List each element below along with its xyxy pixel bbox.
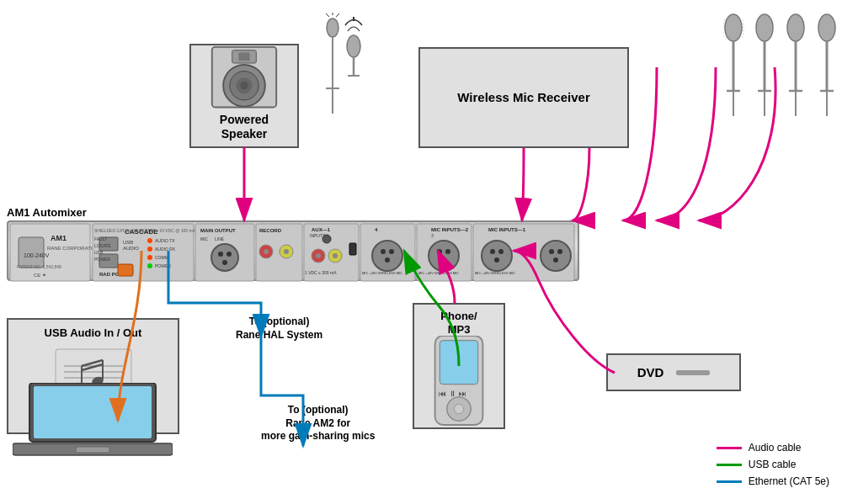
svg-text:USB: USB <box>123 240 133 245</box>
svg-text:MIC INPUTS—1: MIC INPUTS—1 <box>488 227 526 232</box>
svg-text:1 VDC ≤ 300 mA: 1 VDC ≤ 300 mA <box>305 270 337 275</box>
svg-text:MIC INPUTS—2: MIC INPUTS—2 <box>431 227 469 232</box>
svg-text:POWER: POWER <box>94 257 110 262</box>
svg-text:AUDIO TX: AUDIO TX <box>155 238 175 243</box>
svg-point-49 <box>322 235 331 243</box>
svg-text:AUX—1: AUX—1 <box>312 227 331 232</box>
wireless-antenna <box>341 13 366 83</box>
phone-mp3-device: Phone/ MP3 ⏮ ⏸ ⏭ <box>413 303 505 429</box>
am2-annotation: To (optional) Rane AM2 for more gain-sha… <box>261 404 375 443</box>
svg-point-94 <box>787 14 804 41</box>
svg-point-16 <box>147 247 152 252</box>
svg-rect-128 <box>76 447 109 453</box>
svg-point-33 <box>222 260 227 265</box>
microphone-3 <box>786 7 807 116</box>
legend-ethernet: Ethernet (CAT 5e) <box>717 475 829 487</box>
stand-microphone <box>324 13 341 117</box>
svg-point-56 <box>389 249 394 254</box>
svg-point-69 <box>482 241 512 271</box>
svg-text:LOCATE: LOCATE <box>94 243 111 248</box>
svg-point-30 <box>211 244 238 271</box>
svg-text:RECORD: RECORD <box>259 228 282 233</box>
legend-audio-cable: Audio cable <box>717 442 829 454</box>
svg-point-14 <box>147 238 152 243</box>
svg-point-64 <box>445 249 450 254</box>
svg-text:POWER: POWER <box>155 263 171 268</box>
usb-audio-label: USB Audio In / Out <box>45 326 142 340</box>
dvd-device: DVD <box>606 353 741 391</box>
audio-cable-line <box>717 447 742 449</box>
svg-point-75 <box>557 249 562 254</box>
audio-cable-label: Audio cable <box>749 442 802 454</box>
svg-text:FAULT: FAULT <box>94 236 107 241</box>
svg-text:AUDIO: AUDIO <box>123 246 139 251</box>
svg-point-57 <box>385 257 390 263</box>
svg-text:SHIELDED CAT 5e OR BETTER • 24: SHIELDED CAT 5e OR BETTER • 24 VDC @ 100… <box>94 228 196 233</box>
svg-rect-51 <box>349 243 356 255</box>
powered-speaker-label: Powered Speaker <box>220 113 269 141</box>
svg-point-18 <box>147 255 152 260</box>
phone-mp3-label: Phone/ MP3 <box>440 310 477 336</box>
svg-point-65 <box>441 257 446 263</box>
svg-text:100-240V: 100-240V <box>24 252 50 258</box>
svg-point-76 <box>553 257 558 263</box>
ethernet-label: Ethernet (CAT 5e) <box>749 475 829 487</box>
svg-rect-80 <box>238 53 249 61</box>
microphone-2 <box>754 7 775 116</box>
rack-unit: 100-240V AM1 RANE CORPORATION PATENT NO.… <box>7 220 579 281</box>
svg-point-106 <box>327 19 338 37</box>
svg-text:3: 3 <box>431 233 434 238</box>
svg-point-74 <box>549 249 554 254</box>
usb-cable-label: USB cable <box>749 459 797 470</box>
svg-point-70 <box>490 249 495 254</box>
svg-point-48 <box>333 253 338 258</box>
svg-text:MIC +48V  WIRELESS MIC: MIC +48V WIRELESS MIC <box>418 271 459 275</box>
svg-text:AM1: AM1 <box>51 234 67 242</box>
svg-text:⏮ ⏸ ⏭: ⏮ ⏸ ⏭ <box>439 389 466 398</box>
microphone-1 <box>723 7 744 116</box>
legend: Audio cable USB cable Ethernet (CAT 5e) <box>717 442 829 487</box>
svg-text:MAIN OUTPUT: MAIN OUTPUT <box>200 228 236 233</box>
svg-point-62 <box>429 241 459 271</box>
svg-point-71 <box>498 249 504 254</box>
powered-speaker-device: Powered Speaker <box>189 44 299 148</box>
svg-rect-23 <box>118 264 133 276</box>
microphone-group <box>723 7 838 116</box>
svg-point-41 <box>284 249 289 254</box>
dvd-label: DVD <box>637 365 664 379</box>
svg-text:MIC +48V  WIRELESS MIC: MIC +48V WIRELESS MIC <box>475 271 515 275</box>
svg-line-110 <box>336 13 339 17</box>
microphone-4 <box>817 7 838 116</box>
usb-cable-line <box>717 464 742 466</box>
svg-point-20 <box>147 263 152 268</box>
svg-point-72 <box>494 257 499 263</box>
rack-unit-label: AM1 Automixer <box>7 206 87 219</box>
hal-annotation: To (optional) Rane HAL System <box>236 316 322 342</box>
svg-point-73 <box>541 241 571 271</box>
wireless-mic-device: Wireless Mic Receiver <box>418 47 629 148</box>
svg-text:RANE CORPORATION: RANE CORPORATION <box>47 246 100 251</box>
svg-text:COMM: COMM <box>155 255 168 260</box>
svg-point-46 <box>316 253 321 258</box>
laptop-device <box>13 383 173 467</box>
svg-point-39 <box>264 249 269 254</box>
svg-text:MIC +48V  WIRELESS MIC: MIC +48V WIRELESS MIC <box>362 271 402 275</box>
svg-point-63 <box>437 249 442 254</box>
svg-rect-130 <box>440 341 477 385</box>
legend-usb-cable: USB cable <box>717 459 829 470</box>
svg-point-31 <box>218 252 223 257</box>
svg-point-55 <box>381 249 386 254</box>
svg-text:AUDIO RX: AUDIO RX <box>155 247 176 252</box>
svg-point-98 <box>818 14 835 41</box>
diagram: AM1 Automixer 100-240V AM1 RANE CORPORAT… <box>0 0 842 504</box>
svg-point-32 <box>226 252 232 257</box>
svg-point-90 <box>756 14 773 41</box>
svg-text:LINE: LINE <box>215 236 225 241</box>
svg-text:PATENT NO. 8,542,849: PATENT NO. 8,542,849 <box>17 264 61 269</box>
wireless-mic-label: Wireless Mic Receiver <box>457 89 589 106</box>
svg-rect-126 <box>34 386 152 438</box>
svg-line-112 <box>326 13 329 17</box>
svg-text:MIC: MIC <box>200 236 209 241</box>
svg-point-85 <box>725 14 742 41</box>
svg-point-84 <box>240 82 248 90</box>
